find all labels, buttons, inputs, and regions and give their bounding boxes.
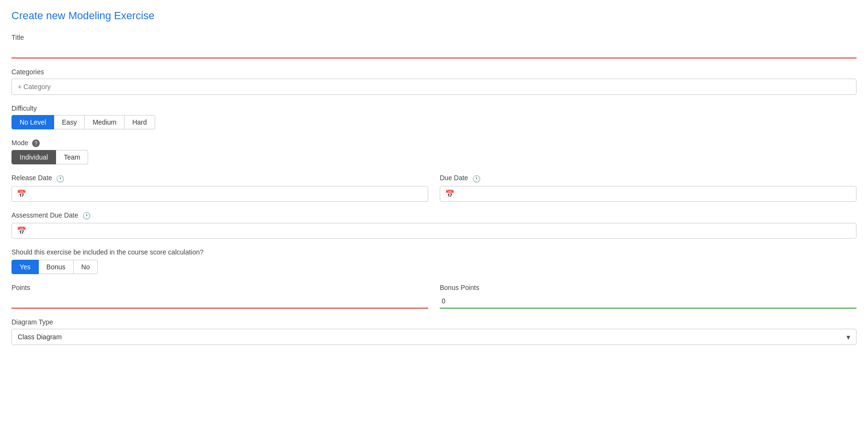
assessment-due-date-label: Assessment Due Date 🕐 [11, 211, 857, 220]
course-score-yes-btn[interactable]: Yes [11, 260, 39, 274]
points-group: Points [11, 284, 428, 309]
dates-row: Release Date 🕐 📅 Due Date 🕐 📅 [11, 174, 857, 201]
points-row: Points Bonus Points [11, 284, 857, 309]
difficulty-btn-group: No Level Easy Medium Hard [11, 115, 857, 129]
mode-team-btn[interactable]: Team [56, 150, 88, 164]
assessment-due-date-calendar-icon: 📅 [17, 226, 26, 235]
course-score-btn-group: Yes Bonus No [11, 260, 857, 274]
page-title: Create new Modeling Exercise [11, 10, 857, 22]
categories-label: Categories [11, 68, 857, 76]
assessment-due-date-input[interactable] [30, 227, 851, 234]
difficulty-group: Difficulty No Level Easy Medium Hard [11, 104, 857, 129]
difficulty-nolevel-btn[interactable]: No Level [11, 115, 54, 129]
assessment-due-date-group: Assessment Due Date 🕐 📅 [11, 211, 857, 239]
categories-group: Categories document.querySelector('[data… [11, 68, 857, 95]
points-label: Points [11, 284, 428, 291]
title-input[interactable] [11, 44, 857, 58]
course-score-bonus-btn[interactable]: Bonus [39, 260, 74, 274]
bonus-points-label: Bonus Points [440, 284, 857, 291]
due-date-group: Due Date 🕐 📅 [440, 174, 857, 201]
course-score-question: Should this exercise be included in the … [11, 248, 857, 256]
due-date-clock-icon: 🕐 [472, 174, 480, 183]
diagram-type-select-wrapper: Class Diagram Activity Diagram Use Case … [11, 329, 857, 345]
bonus-points-input[interactable] [440, 294, 857, 309]
difficulty-easy-btn[interactable]: Easy [54, 115, 85, 129]
points-input[interactable] [11, 294, 428, 309]
release-date-input-wrapper[interactable]: 📅 [11, 186, 428, 202]
categories-input[interactable] [11, 79, 857, 95]
mode-help-icon[interactable]: ? [32, 139, 40, 147]
mode-individual-btn[interactable]: Individual [11, 150, 56, 164]
diagram-type-select[interactable]: Class Diagram Activity Diagram Use Case … [12, 329, 856, 345]
difficulty-medium-btn[interactable]: Medium [85, 115, 125, 129]
due-date-input-wrapper[interactable]: 📅 [440, 186, 857, 202]
difficulty-label: Difficulty [11, 104, 857, 112]
title-label: Title [11, 34, 857, 41]
title-group: Title [11, 34, 857, 58]
mode-group: Mode ? Individual Team [11, 139, 857, 164]
bonus-points-group: Bonus Points [440, 284, 857, 309]
diagram-type-label: Diagram Type [11, 318, 857, 326]
assessment-due-date-clock-icon: 🕐 [82, 211, 91, 220]
release-date-input[interactable] [30, 190, 423, 197]
due-date-calendar-icon: 📅 [445, 189, 455, 198]
diagram-type-group: Diagram Type Class Diagram Activity Diag… [11, 318, 857, 345]
course-score-group: Should this exercise be included in the … [11, 248, 857, 274]
mode-label: Mode ? [11, 139, 857, 147]
due-date-label: Due Date 🕐 [440, 174, 857, 183]
release-date-clock-icon: 🕐 [56, 174, 65, 183]
course-score-no-btn[interactable]: No [74, 260, 98, 274]
release-date-calendar-icon: 📅 [17, 189, 26, 198]
difficulty-hard-btn[interactable]: Hard [125, 115, 155, 129]
mode-btn-group: Individual Team [11, 150, 857, 164]
assessment-due-date-input-wrapper[interactable]: 📅 [11, 223, 857, 239]
release-date-group: Release Date 🕐 📅 [11, 174, 428, 201]
due-date-input[interactable] [458, 190, 851, 197]
release-date-label: Release Date 🕐 [11, 174, 428, 183]
